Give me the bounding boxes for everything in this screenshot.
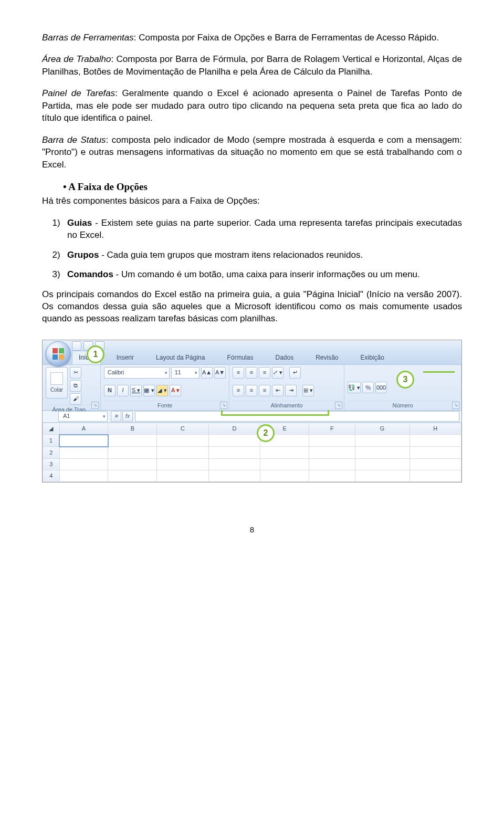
- name-box[interactable]: A1: [58, 411, 108, 422]
- format-painter-icon[interactable]: 🖌: [70, 393, 81, 405]
- select-all-corner[interactable]: ◢: [43, 423, 60, 435]
- cell[interactable]: [157, 458, 208, 470]
- callout-line: [423, 371, 455, 373]
- paste-button[interactable]: Colar: [46, 367, 68, 398]
- cell[interactable]: [208, 470, 260, 481]
- cell[interactable]: [309, 447, 355, 459]
- grow-font-icon[interactable]: A▲: [201, 367, 213, 379]
- tab-inserir[interactable]: Inserir: [110, 351, 140, 364]
- align-left-icon[interactable]: ≡: [233, 385, 244, 396]
- row-header[interactable]: 1: [43, 435, 60, 447]
- cell[interactable]: [208, 447, 260, 459]
- font-color-icon[interactable]: A ▾: [170, 385, 181, 396]
- bold-button[interactable]: N: [104, 385, 116, 396]
- cell[interactable]: [260, 447, 309, 459]
- cut-icon[interactable]: ✂: [70, 367, 81, 379]
- align-bottom-icon[interactable]: ≡: [259, 367, 270, 379]
- cell[interactable]: [410, 435, 461, 447]
- cell[interactable]: [208, 435, 260, 447]
- row-header[interactable]: 2: [43, 447, 60, 459]
- cell[interactable]: [157, 447, 208, 459]
- cell[interactable]: [108, 435, 157, 447]
- col-header[interactable]: G: [355, 423, 410, 435]
- group-title-alignment: Alinhamento: [233, 401, 341, 410]
- font-size-combo[interactable]: 11: [171, 367, 200, 379]
- callout-2: 2: [257, 424, 275, 442]
- wrap-text-icon[interactable]: ↵: [289, 367, 301, 379]
- cell[interactable]: [309, 458, 355, 470]
- currency-icon[interactable]: 💱 ▾: [348, 382, 361, 393]
- row-header[interactable]: 4: [43, 470, 60, 481]
- dialog-launcher-icon[interactable]: ↘: [335, 402, 342, 409]
- tab-exibicao[interactable]: Exibição: [354, 351, 391, 364]
- cell[interactable]: [59, 447, 108, 459]
- tab-formulas[interactable]: Fórmulas: [220, 351, 259, 364]
- shrink-font-icon[interactable]: A▼: [214, 367, 226, 379]
- cell[interactable]: [355, 435, 410, 447]
- cell[interactable]: [410, 458, 461, 470]
- para-intro-faixa: Há três componentes básicos para a Faixa…: [42, 195, 462, 207]
- list-item-guias: Guias - Existem sete guias na parte supe…: [65, 217, 462, 242]
- cell[interactable]: [108, 458, 157, 470]
- increase-indent-icon[interactable]: ⇥: [285, 385, 297, 396]
- borders-icon[interactable]: ▦ ▾: [143, 385, 155, 396]
- tab-revisao[interactable]: Revisão: [309, 351, 344, 364]
- row-header[interactable]: 3: [43, 458, 60, 470]
- office-button[interactable]: [46, 341, 71, 366]
- cell[interactable]: [157, 435, 208, 447]
- qat-save-icon[interactable]: [72, 341, 81, 351]
- cell[interactable]: [410, 447, 461, 459]
- cell[interactable]: [108, 470, 157, 481]
- cell[interactable]: [309, 470, 355, 481]
- cell[interactable]: [108, 447, 157, 459]
- numbered-list: Guias - Existem sete guias na parte supe…: [42, 217, 462, 281]
- cell[interactable]: [157, 470, 208, 481]
- align-center-icon[interactable]: ≡: [246, 385, 257, 396]
- align-top-icon[interactable]: ≡: [233, 367, 244, 379]
- callout-1: 1: [87, 345, 104, 363]
- col-header[interactable]: B: [108, 423, 157, 435]
- cell[interactable]: [59, 435, 108, 447]
- cell[interactable]: [59, 458, 108, 470]
- tab-dados[interactable]: Dados: [269, 351, 300, 364]
- font-name-combo[interactable]: Calibri: [104, 367, 170, 379]
- dialog-launcher-icon[interactable]: ↘: [91, 402, 99, 409]
- group-title-font: Fonte: [104, 401, 226, 410]
- group-alignment: ≡ ≡ ≡ ⤢ ▾ ↵ ≡ ≡ ≡ ⇤ ⇥ ⊞ ▾ Alinhamento ↘: [229, 365, 344, 410]
- merge-center-icon[interactable]: ⊞ ▾: [302, 385, 314, 396]
- cell[interactable]: [355, 447, 410, 459]
- underline-button[interactable]: S ▾: [130, 385, 142, 396]
- group-title-number: Número: [348, 401, 458, 410]
- thousands-button[interactable]: 000: [375, 382, 387, 393]
- col-header[interactable]: D: [208, 423, 260, 435]
- col-header[interactable]: C: [157, 423, 208, 435]
- cell[interactable]: [355, 470, 410, 481]
- cell[interactable]: [260, 458, 309, 470]
- dialog-launcher-icon[interactable]: ↘: [452, 402, 459, 409]
- col-header[interactable]: F: [309, 423, 355, 435]
- fill-color-icon[interactable]: ◢ ▾: [156, 385, 168, 396]
- percent-button[interactable]: %: [362, 382, 374, 393]
- copy-icon[interactable]: ⧉: [70, 380, 81, 392]
- term: Área de Trabalho: [42, 54, 111, 64]
- cell[interactable]: [355, 458, 410, 470]
- italic-button[interactable]: I: [117, 385, 129, 396]
- col-header[interactable]: A: [59, 423, 108, 435]
- fx-button[interactable]: fx: [122, 411, 133, 422]
- cell[interactable]: [309, 435, 355, 447]
- cancel-icon[interactable]: ✕: [111, 411, 121, 422]
- group-font: Calibri 11 A▲ A▼ N I S ▾ ▦ ▾ ◢ ▾ A ▾ Fon…: [101, 365, 229, 410]
- cell[interactable]: [59, 470, 108, 481]
- col-header[interactable]: H: [410, 423, 461, 435]
- tab-layout[interactable]: Layout da Página: [150, 351, 211, 364]
- cell[interactable]: [410, 470, 461, 481]
- decrease-indent-icon[interactable]: ⇤: [272, 385, 284, 396]
- orientation-icon[interactable]: ⤢ ▾: [272, 367, 284, 379]
- cell[interactable]: [208, 458, 260, 470]
- dialog-launcher-icon[interactable]: ↘: [220, 402, 227, 409]
- align-middle-icon[interactable]: ≡: [246, 367, 257, 379]
- term: Barras de Ferramentas: [42, 33, 134, 43]
- align-right-icon[interactable]: ≡: [259, 385, 270, 396]
- callout-bracket: [221, 410, 329, 416]
- cell[interactable]: [260, 470, 309, 481]
